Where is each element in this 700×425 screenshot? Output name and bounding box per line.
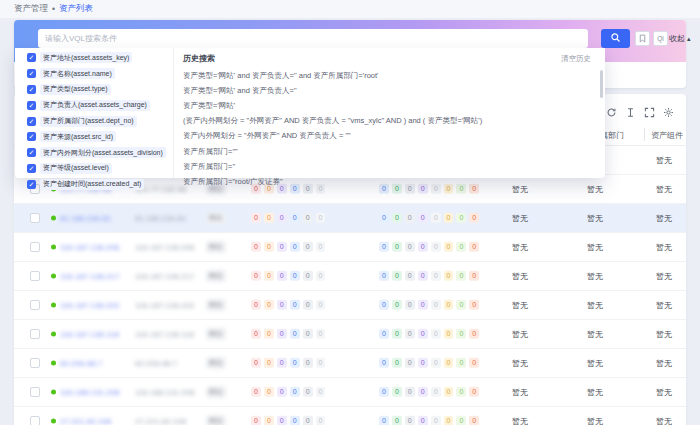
count-badge-amber: 0 [444, 271, 454, 281]
dropdown-scrollbar[interactable] [600, 70, 603, 98]
settings-icon[interactable] [663, 107, 674, 118]
asset-ip-link[interactable]: 116.187.136.206 [60, 243, 119, 252]
count-badge-amber: 0 [444, 416, 454, 425]
table-row[interactable]: 116.187.136.118 116.187.136.118 网站 00000… [14, 320, 686, 349]
count-badge-purple: 0 [277, 358, 287, 368]
count-badge-blue: 0 [379, 387, 389, 397]
checkbox-checked-icon[interactable]: ✓ [27, 148, 36, 157]
ql-toggle-button[interactable]: Ql [653, 31, 668, 46]
history-item[interactable]: 资产类型='网站' and 资产负责人='' [183, 83, 593, 98]
checkbox-checked-icon[interactable]: ✓ [27, 180, 36, 189]
row-checkbox[interactable] [30, 329, 40, 339]
asset-ip-link[interactable]: 116.187.136.217 [60, 272, 119, 281]
charge-cell: 暂无 [512, 300, 528, 311]
field-option[interactable]: ✓ 资产所属部门(asset.dept_no) [15, 113, 173, 129]
clear-history-link[interactable]: 清空历史 [561, 54, 591, 64]
count-badge-lightgreen: 0 [456, 213, 466, 223]
asset-ip-link[interactable]: 27.221.82.108 [60, 417, 111, 425]
field-option-label: 资产所属部门(asset.dept_no) [40, 116, 137, 127]
count-badge-gray: 0 [405, 329, 415, 339]
field-option[interactable]: ✓ 资产名称(asset.name) [15, 66, 173, 82]
density-icon[interactable] [625, 107, 636, 118]
table-row[interactable]: 81.186.234.81 81.186.234.81 网站 000000 00… [14, 204, 686, 233]
checkbox-checked-icon[interactable]: ✓ [27, 132, 36, 141]
field-option[interactable]: ✓ 资产地址(asset.assets_key) [15, 50, 173, 66]
table-row[interactable]: 27.221.82.108 27.221.82.108 网站 000000 00… [14, 407, 686, 425]
breadcrumb-section[interactable]: 资产管理 [14, 3, 48, 15]
count-badge-purple: 0 [277, 213, 287, 223]
row-checkbox[interactable] [30, 387, 40, 397]
status-dot-icon [51, 216, 56, 221]
asset-ip-link[interactable]: 81.186.234.81 [60, 214, 111, 223]
checkbox-checked-icon[interactable]: ✓ [27, 117, 36, 126]
table-row[interactable]: 116.187.136.217 116.187.136.217 网站 00000… [14, 262, 686, 291]
history-item[interactable]: 资产类型='网站' [183, 98, 593, 113]
risk-badge-group: 000000 [251, 300, 325, 310]
asset-ip-text: 116.187.136.202 [135, 301, 194, 310]
field-option[interactable]: ✓ 资产类型(asset.type) [15, 82, 173, 98]
component-cell: 暂无 [656, 271, 672, 282]
row-checkbox[interactable] [30, 242, 40, 252]
row-checkbox[interactable] [30, 213, 40, 223]
asset-ip-link[interactable]: 116.188.131.208 [60, 388, 119, 397]
field-option[interactable]: ✓ 资产负责人(asset.assets_charge) [15, 97, 173, 113]
count-badge-green: 0 [392, 271, 402, 281]
count-badge-blue: 0 [379, 271, 389, 281]
status-dot-icon [51, 274, 56, 279]
refresh-icon[interactable] [606, 107, 617, 118]
count-badge-gray: 0 [405, 416, 415, 425]
history-item[interactable]: 资产所属部门='' [183, 159, 593, 174]
count-badge-red: 0 [251, 271, 261, 281]
checkbox-checked-icon[interactable]: ✓ [27, 164, 36, 173]
count-badge-lightgreen: 0 [456, 387, 466, 397]
table-row[interactable]: 116.188.131.208 116.188.131.208 网站 00000… [14, 378, 686, 407]
count-badge-orangered: 0 [469, 242, 479, 252]
row-checkbox[interactable] [30, 271, 40, 281]
table-row[interactable]: 116.187.136.206 116.187.136.206 网站 00000… [14, 233, 686, 262]
collapse-toggle[interactable]: 收起 ▴ [669, 33, 691, 44]
history-item[interactable]: 资产内外网划分 = "外网资产" AND 资产负责人 = "" [183, 129, 593, 144]
history-item[interactable]: 资产所属部门="root/广发证券" [183, 174, 593, 189]
count-badge-green: 0 [392, 329, 402, 339]
history-item[interactable]: (资产内外网划分 = "外网资产" AND 资产负责人 = "vms_xylc"… [183, 114, 593, 129]
vql-search-input[interactable] [38, 29, 588, 48]
risk-badge-group: 000000 [251, 242, 325, 252]
search-button[interactable] [601, 29, 630, 48]
count-badge-green: 0 [392, 300, 402, 310]
asset-ip-link[interactable]: 60.206.88.7 [60, 359, 102, 368]
charge-cell: 暂无 [512, 213, 528, 224]
checkbox-checked-icon[interactable]: ✓ [27, 69, 36, 78]
table-row[interactable]: 60.206.88.7 60.206.88.7 网站 000000 000000… [14, 349, 686, 378]
save-search-button[interactable] [635, 31, 650, 46]
field-option[interactable]: ✓ 资产创建时间(asset.created_at) [15, 176, 173, 192]
checkbox-checked-icon[interactable]: ✓ [27, 101, 36, 110]
count-badge-muted: 0 [316, 300, 326, 310]
field-option[interactable]: ✓ 资产等级(asset.level) [15, 160, 173, 176]
field-option[interactable]: ✓ 资产来源(asset.src_id) [15, 129, 173, 145]
header-component[interactable]: 资产组件 [651, 129, 683, 140]
history-panel: 历史搜索 清空历史 资产类型='网站' and 资产负责人='' and 资产所… [183, 48, 603, 178]
count-badge-muted: 0 [431, 329, 441, 339]
count-badge-muted: 0 [431, 416, 441, 425]
bookmark-icon [638, 34, 647, 44]
asset-ip-link[interactable]: 116.187.136.202 [60, 301, 119, 310]
count-badge-purple: 0 [277, 242, 287, 252]
checkbox-checked-icon[interactable]: ✓ [27, 53, 36, 62]
table-row[interactable]: 116.187.136.202 116.187.136.202 网站 00000… [14, 291, 686, 320]
dept-cell: 暂无 [587, 271, 603, 282]
status-dot-icon [51, 332, 56, 337]
component-badge-group: 00000000 [379, 242, 479, 252]
count-badge-gray: 0 [303, 242, 313, 252]
count-badge-orange: 0 [264, 271, 274, 281]
row-checkbox[interactable] [30, 300, 40, 310]
history-item[interactable]: 资产所属部门="" [183, 144, 593, 159]
fullscreen-icon[interactable] [644, 107, 655, 118]
component-cell: 暂无 [656, 242, 672, 253]
dept-cell: 暂无 [587, 242, 603, 253]
checkbox-checked-icon[interactable]: ✓ [27, 85, 36, 94]
row-checkbox[interactable] [30, 358, 40, 368]
row-checkbox[interactable] [30, 416, 40, 425]
field-option[interactable]: ✓ 资产内外网划分(asset.assets_division) [15, 145, 173, 161]
asset-ip-link[interactable]: 116.187.136.118 [60, 330, 119, 339]
history-item[interactable]: 资产类型='网站' and 资产负责人='' and 资产所属部门='root' [183, 68, 593, 83]
